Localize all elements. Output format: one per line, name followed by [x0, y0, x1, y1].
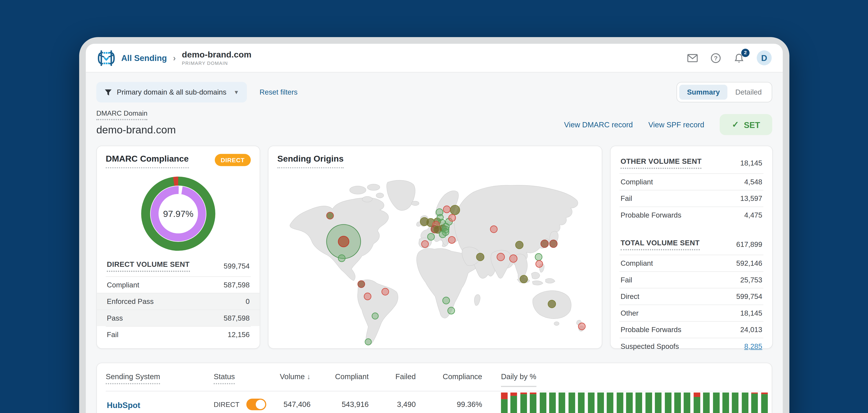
daily-bar[interactable] — [530, 392, 537, 413]
table-row: Suspected Spoofs8,285 — [620, 338, 764, 354]
table-row: Fail12,156 — [106, 326, 251, 343]
tab-summary[interactable]: Summary — [679, 85, 727, 100]
origin-marker[interactable] — [548, 300, 556, 308]
origin-marker[interactable] — [448, 307, 455, 314]
spf-set-button[interactable]: ✓ SET — [720, 114, 772, 135]
daily-bar[interactable] — [703, 392, 710, 413]
reset-filters-link[interactable]: Reset filters — [259, 88, 298, 96]
daily-bar[interactable] — [539, 392, 546, 413]
notifications-bell-icon[interactable]: 2 — [734, 52, 745, 63]
origin-marker[interactable] — [578, 323, 585, 330]
filter-row: Primary domain & all sub-domains ▼ Reset… — [96, 82, 772, 102]
breadcrumb-domain-type: PRIMARY DOMAIN — [182, 60, 251, 66]
origin-marker[interactable] — [536, 260, 543, 267]
origin-marker[interactable] — [422, 241, 429, 248]
daily-bar[interactable] — [655, 392, 662, 413]
origin-marker[interactable] — [490, 226, 497, 233]
daily-bar[interactable] — [713, 392, 720, 413]
origin-marker[interactable] — [364, 293, 371, 300]
sending-system-link[interactable]: HubSpot — [106, 401, 140, 410]
daily-bar[interactable] — [549, 392, 556, 413]
col-compliant[interactable]: Compliant — [311, 373, 369, 391]
daily-bar[interactable] — [732, 392, 739, 413]
daily-bar[interactable] — [761, 392, 768, 413]
check-icon: ✓ — [732, 120, 739, 129]
daily-bar[interactable] — [510, 392, 517, 413]
user-avatar[interactable]: D — [757, 50, 772, 65]
origin-marker[interactable] — [541, 240, 548, 248]
col-failed[interactable]: Failed — [369, 373, 416, 391]
daily-bar[interactable] — [607, 392, 614, 413]
help-icon[interactable]: ? — [710, 52, 721, 63]
row-label: Enforced Pass — [107, 297, 154, 306]
dmarc-domain-label: DMARC Domain — [96, 109, 148, 120]
funnel-icon — [104, 89, 112, 96]
origin-marker[interactable] — [443, 206, 450, 213]
daily-bar[interactable] — [501, 392, 508, 413]
compliance-value: 99.36% — [416, 400, 482, 408]
row-value: 4,475 — [744, 211, 762, 219]
origin-marker[interactable] — [509, 255, 517, 262]
daily-bar[interactable] — [636, 392, 643, 413]
daily-bar[interactable] — [645, 392, 652, 413]
tab-detailed[interactable]: Detailed — [727, 85, 770, 100]
table-section-header: OTHER VOLUME SENT18,145 — [620, 154, 764, 173]
origin-marker[interactable] — [448, 236, 455, 243]
origin-marker[interactable] — [550, 240, 557, 248]
daily-bar[interactable] — [568, 392, 575, 413]
suspected-spoofs-link[interactable]: 8,285 — [744, 342, 762, 350]
table-row: Compliant592,146 — [620, 255, 764, 272]
view-spf-record-link[interactable]: View SPF record — [648, 120, 704, 129]
col-status[interactable]: Status — [214, 373, 235, 384]
cards-row: DMARC Compliance DIRECT 97.97% — [96, 146, 772, 349]
daily-bar[interactable] — [693, 392, 700, 413]
col-compliance[interactable]: Compliance — [416, 373, 482, 391]
daily-bar[interactable] — [626, 392, 633, 413]
origin-marker[interactable] — [476, 253, 484, 261]
row-value: 599,754 — [736, 292, 762, 300]
origin-marker[interactable] — [358, 281, 365, 288]
origin-marker[interactable] — [437, 214, 443, 221]
origin-marker[interactable] — [450, 205, 460, 215]
origin-marker[interactable] — [428, 233, 434, 240]
col-volume[interactable]: Volume ↓ — [277, 373, 311, 391]
status-toggle[interactable] — [246, 399, 266, 410]
daily-bar[interactable] — [578, 392, 585, 413]
origin-marker[interactable] — [338, 236, 349, 247]
origin-marker[interactable] — [443, 297, 450, 304]
origin-marker[interactable] — [516, 241, 523, 249]
col-sending-system[interactable]: Sending System — [106, 373, 160, 384]
view-dmarc-record-link[interactable]: View DMARC record — [564, 120, 633, 129]
daily-bar[interactable] — [520, 392, 527, 413]
table-row: Pass587,598 — [97, 310, 259, 326]
daily-bar[interactable] — [684, 392, 691, 413]
origin-marker[interactable] — [497, 253, 504, 261]
daily-bar[interactable] — [722, 392, 729, 413]
origin-marker[interactable] — [382, 288, 389, 295]
row-value: 18,145 — [740, 309, 762, 317]
row-value: 0 — [246, 297, 250, 306]
origin-marker[interactable] — [372, 313, 378, 319]
daily-bar[interactable] — [588, 392, 594, 413]
daily-bar[interactable] — [559, 392, 565, 413]
origin-marker[interactable] — [535, 254, 542, 260]
mail-icon[interactable] — [687, 52, 698, 63]
breadcrumb-all-sending[interactable]: All Sending — [121, 53, 167, 62]
origin-marker[interactable] — [338, 255, 345, 262]
origin-marker[interactable] — [439, 231, 446, 238]
origin-marker[interactable] — [327, 212, 334, 219]
daily-bar[interactable] — [674, 392, 681, 413]
origin-marker[interactable] — [449, 214, 456, 221]
daily-bar[interactable] — [665, 392, 672, 413]
row-value: 4,548 — [744, 178, 762, 186]
domain-filter-dropdown[interactable]: Primary domain & all sub-domains ▼ — [96, 82, 247, 102]
table-row: Other18,145 — [620, 305, 764, 321]
daily-bar[interactable] — [617, 392, 623, 413]
origin-marker[interactable] — [520, 275, 528, 283]
daily-bar[interactable] — [597, 392, 604, 413]
status-label: DIRECT — [214, 401, 240, 408]
compliant-value: 543,916 — [311, 400, 369, 408]
daily-bar[interactable] — [742, 392, 748, 413]
origin-marker[interactable] — [365, 339, 371, 345]
daily-bar[interactable] — [751, 392, 758, 413]
